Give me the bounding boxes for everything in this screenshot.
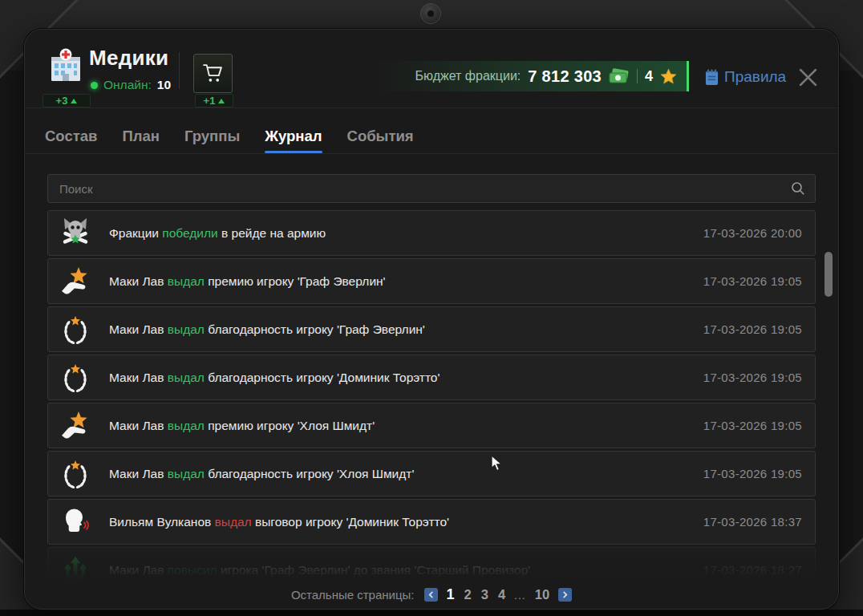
chevron-right-icon: [561, 591, 569, 598]
faction-level-badge: +3: [43, 94, 91, 107]
header-divider: [25, 107, 838, 108]
log-row: Маки Лав выдал премию игроку 'Хлоя Шмидт…: [47, 403, 816, 448]
log-row: Вильям Вулканов выдал выговор игроку 'До…: [47, 499, 816, 545]
log-text: Маки Лав повысил игрока 'Граф Эверлин' д…: [109, 563, 703, 578]
log-text: Маки Лав выдал благодарность игроку 'Гра…: [109, 322, 703, 337]
cart-icon: [202, 63, 224, 84]
rules-link[interactable]: Правила: [705, 68, 786, 86]
close-button[interactable]: [798, 67, 819, 87]
page-3[interactable]: 3: [480, 587, 489, 602]
log-timestamp: 17-03-2026 19:05: [703, 371, 802, 384]
search-box: [47, 174, 816, 203]
page-4[interactable]: 4: [497, 587, 506, 602]
tab-gruppy[interactable]: Группы: [184, 119, 240, 153]
log-row: Маки Лав выдал благодарность игроку 'Хло…: [47, 451, 816, 496]
background-emblem: [420, 3, 441, 24]
log-timestamp: 17-03-2026 20:00: [703, 226, 802, 240]
tab-sostav[interactable]: Состав: [45, 119, 97, 153]
log-text: Маки Лав выдал благодарность игроку 'Дом…: [109, 371, 703, 385]
cart-badge-value: +1: [204, 95, 216, 107]
online-status: Онлайн: 10: [91, 78, 171, 92]
log-timestamp: 17-03-2026 18:37: [703, 515, 802, 529]
journal-list: Фракции победили в рейде на армию17-03-2…: [47, 210, 816, 584]
next-page-button[interactable]: [558, 588, 572, 602]
hospital-icon: [47, 47, 84, 84]
log-row: Маки Лав выдал благодарность игроку 'Гра…: [47, 306, 816, 352]
tab-zhurnal[interactable]: Журнал: [265, 119, 322, 153]
online-count: 10: [157, 78, 171, 92]
prev-page-button[interactable]: [424, 588, 438, 602]
award-icon: [59, 410, 91, 442]
page-1[interactable]: 1: [446, 586, 456, 603]
tabs-divider: [25, 153, 838, 154]
reprimand-icon: [59, 506, 91, 538]
log-text: Маки Лав выдал премию игроку 'Хлоя Шмидт…: [109, 419, 703, 433]
faction-budget: Бюджет фракции: 7 812 303 4: [376, 61, 689, 91]
promotion-icon: [59, 554, 91, 585]
shop-cart-button[interactable]: [193, 54, 233, 93]
log-text: Вильям Вулканов выдал выговор игроку 'До…: [109, 515, 703, 529]
gratitude-icon: [59, 314, 91, 346]
pagination: Остальные страницы: 1234...10: [25, 586, 838, 603]
log-text: Маки Лав выдал премию игроку 'Граф Эверл…: [109, 274, 703, 289]
up-triangle-icon: [71, 99, 77, 103]
up-triangle-icon: [218, 99, 225, 103]
scrollbar-thumb[interactable]: [825, 252, 833, 297]
tab-sobytiya[interactable]: События: [347, 119, 414, 153]
pagination-label: Остальные страницы:: [291, 588, 415, 602]
star-icon: [660, 68, 677, 85]
game-screen: +3 Медики Онлайн: 10 +1 Бюджет фракции: …: [0, 0, 863, 616]
online-label: Онлайн:: [103, 78, 152, 92]
cart-badge: +1: [195, 94, 233, 107]
log-row: Маки Лав повысил игрока 'Граф Эверлин' д…: [47, 547, 816, 584]
rules-label: Правила: [724, 68, 786, 86]
log-timestamp: 17-03-2026 19:05: [703, 467, 802, 480]
award-icon: [59, 265, 91, 298]
gratitude-icon: [59, 458, 91, 490]
log-text: Фракции победили в рейде на армию: [109, 226, 703, 241]
pagination-ellipsis: ...: [514, 589, 526, 602]
tab-plan[interactable]: План: [122, 119, 160, 153]
header-divider-vertical: [179, 52, 180, 89]
log-row: Фракции победили в рейде на армию17-03-2…: [47, 210, 816, 256]
online-dot-icon: [91, 82, 98, 89]
raid-icon: [59, 217, 91, 249]
money-icon: [609, 68, 630, 84]
log-text: Маки Лав выдал благодарность игроку 'Хло…: [109, 467, 703, 481]
gratitude-icon: [59, 362, 91, 394]
log-timestamp: 17-03-2026 19:05: [703, 419, 802, 432]
faction-title: Медики: [89, 46, 168, 71]
chevron-left-icon: [427, 591, 435, 598]
log-timestamp: 17-03-2026 19:05: [703, 322, 802, 336]
rules-icon: [705, 69, 719, 86]
log-timestamp: 17-03-2026 19:05: [703, 274, 802, 288]
search-icon: [791, 181, 805, 196]
page-2[interactable]: 2: [464, 587, 472, 602]
log-timestamp: 17-03-2026 18:27: [703, 563, 802, 577]
budget-separator: [637, 69, 638, 83]
budget-stars-count: 4: [645, 68, 653, 85]
background-bottom-band: [0, 610, 863, 616]
log-row: Маки Лав выдал премию игроку 'Граф Эверл…: [47, 258, 816, 304]
close-icon: [798, 67, 819, 87]
tab-bar: СоставПланГруппыЖурналСобытия: [45, 119, 414, 153]
faction-panel: +3 Медики Онлайн: 10 +1 Бюджет фракции: …: [24, 29, 839, 610]
page-10[interactable]: 10: [534, 587, 550, 602]
budget-label: Бюджет фракции:: [415, 69, 521, 83]
page-numbers: 1234...10: [446, 586, 551, 603]
budget-value: 7 812 303: [528, 67, 602, 86]
faction-badge-value: +3: [56, 95, 68, 107]
search-input[interactable]: [48, 182, 791, 196]
log-row: Маки Лав выдал благодарность игроку 'Дом…: [47, 355, 816, 400]
